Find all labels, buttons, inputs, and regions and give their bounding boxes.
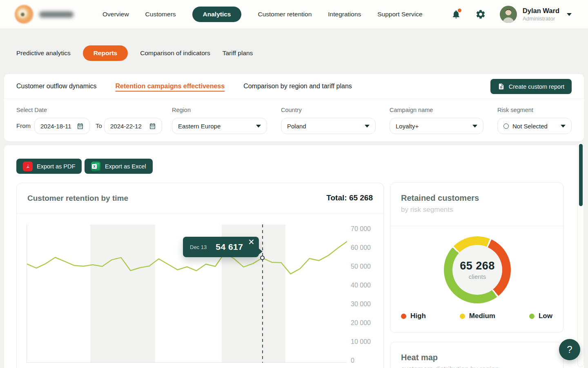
- donut-center-value: 65 268: [460, 260, 495, 272]
- tab-comparison-of-indicators[interactable]: Comparison of indicators: [140, 49, 210, 57]
- legend-dot-medium: [460, 314, 465, 319]
- calendar-icon: [149, 123, 156, 130]
- calendar-icon: [77, 123, 84, 130]
- y-axis-tick: 70 000: [351, 225, 371, 233]
- tooltip-value: 54 617: [216, 242, 243, 252]
- report-link-customer-outflow[interactable]: Customer outflow dynamics: [16, 83, 97, 90]
- region-value: Eastern Europe: [178, 123, 252, 130]
- chevron-down-icon[interactable]: [567, 13, 572, 16]
- campaign-label: Campaign name: [390, 107, 433, 113]
- date-from-input[interactable]: 2024-18-11: [34, 118, 90, 134]
- to-label: To: [96, 122, 102, 129]
- analytics-tabs: Predictive analytics Reports Comparison …: [16, 45, 253, 61]
- risk-segment-select[interactable]: Not Selected: [497, 118, 572, 134]
- region-select[interactable]: Eastern Europe: [172, 118, 267, 134]
- region-label: Region: [172, 107, 191, 113]
- chart-title: Customer retention by time: [27, 194, 128, 203]
- avatar[interactable]: [500, 6, 517, 23]
- top-navbar: Overview Customers Analytics Customer re…: [0, 0, 588, 29]
- retained-subtitle: by risk segments: [401, 206, 453, 214]
- radio-circle-icon: [503, 123, 509, 129]
- bell-icon[interactable]: [450, 8, 462, 20]
- tab-reports[interactable]: Reports: [83, 45, 128, 61]
- country-select[interactable]: Poland: [281, 118, 376, 134]
- line-chart-plot: Dec 13 54 617: [27, 224, 347, 363]
- retention-by-time-card: Customer retention by time Total: 65 268…: [16, 183, 384, 368]
- donut-center: 65 268 clients: [452, 245, 502, 295]
- report-content-card: Export as PDF x Export as Excel Customer…: [4, 145, 584, 368]
- export-excel-label: Export as Excel: [105, 163, 146, 170]
- nav-item-overview[interactable]: Overview: [102, 11, 129, 18]
- logo-mark: [15, 5, 33, 24]
- brand-logo[interactable]: [15, 5, 102, 24]
- scrollbar-thumb[interactable]: [579, 144, 583, 206]
- campaign-select[interactable]: Loyalty+: [390, 118, 483, 134]
- country-value: Poland: [287, 123, 361, 130]
- chevron-down-icon: [561, 125, 566, 128]
- help-button[interactable]: ?: [559, 339, 580, 360]
- chart-tooltip: Dec 13 54 617: [183, 237, 259, 257]
- export-pdf-label: Export as PDF: [37, 163, 75, 170]
- y-axis-tick: 20 000: [351, 319, 371, 327]
- legend-label-medium: Medium: [469, 312, 495, 320]
- nav-item-customer-retention[interactable]: Customer retention: [258, 11, 312, 18]
- close-icon[interactable]: [249, 239, 255, 246]
- legend-dot-low: [529, 314, 535, 319]
- user-menu[interactable]: Dylan Ward Administrator: [523, 7, 559, 22]
- date-to-input[interactable]: 2024-22-12: [104, 118, 162, 134]
- legend-label-high: High: [410, 312, 426, 320]
- heat-map-title: Heat map: [401, 353, 438, 362]
- report-selector-card: Customer outflow dynamics Retention camp…: [4, 74, 584, 141]
- chevron-down-icon: [365, 125, 370, 128]
- y-axis-labels: 70 000 60 000 50 000 40 000 30 000 20 00…: [351, 183, 383, 368]
- tab-tariff-plans[interactable]: Tariff plans: [223, 49, 253, 57]
- pdf-icon: [23, 162, 33, 171]
- risk-segment-value: Not Selected: [512, 123, 557, 130]
- y-axis-tick: 0: [351, 357, 354, 364]
- y-axis-tick: 40 000: [351, 282, 371, 289]
- nav-item-analytics[interactable]: Analytics: [192, 7, 242, 22]
- country-label: Country: [281, 107, 302, 113]
- tab-predictive-analytics[interactable]: Predictive analytics: [16, 49, 71, 57]
- create-custom-report-button[interactable]: Create custom report: [490, 79, 572, 94]
- date-to-value: 2024-22-12: [110, 123, 149, 130]
- navbar-right: Dylan Ward Administrator: [450, 6, 572, 23]
- report-link-comparison-region[interactable]: Comparison by region and tariff plans: [243, 83, 352, 90]
- y-axis-tick: 10 000: [351, 338, 371, 346]
- chevron-down-icon: [472, 125, 477, 128]
- campaign-value: Loyalty+: [396, 123, 468, 130]
- chevron-down-icon: [256, 125, 261, 128]
- create-custom-report-label: Create custom report: [509, 83, 564, 90]
- risk-segment-label: Risk segment: [497, 107, 533, 113]
- report-links: Customer outflow dynamics Retention camp…: [16, 74, 352, 99]
- retained-customers-card: Retained customers by risk segments 65 2…: [390, 182, 564, 333]
- heat-map-card: Heat map customers distribution by regio…: [390, 342, 564, 368]
- heat-map-subtitle: customers distribution by region: [401, 365, 499, 368]
- user-name: Dylan Ward: [523, 7, 559, 15]
- file-icon: [498, 83, 505, 90]
- nav-item-support-service[interactable]: Support Service: [377, 11, 422, 18]
- report-link-retention-campaigns[interactable]: Retention campaigns effectiveness: [116, 83, 225, 90]
- nav-item-integrations[interactable]: Integrations: [328, 11, 361, 18]
- notification-dot: [458, 9, 461, 12]
- y-axis-tick: 50 000: [351, 263, 371, 270]
- divider: [390, 226, 563, 226]
- y-axis-tick: 30 000: [351, 301, 371, 308]
- export-pdf-button[interactable]: Export as PDF: [16, 159, 82, 174]
- donut-center-unit: clients: [469, 273, 486, 280]
- retained-title: Retained customers: [401, 193, 479, 203]
- excel-icon: x: [91, 162, 101, 171]
- legend-label-low: Low: [539, 312, 552, 320]
- export-excel-button[interactable]: x Export as Excel: [85, 159, 153, 174]
- user-role: Administrator: [523, 16, 559, 22]
- select-date-label: Select Date: [16, 107, 47, 113]
- legend-item-medium: Medium: [460, 312, 495, 320]
- y-axis-tick: 60 000: [351, 244, 371, 251]
- logo-text-redacted: [39, 11, 74, 18]
- risk-legend: High Medium Low: [390, 312, 563, 320]
- nav-item-customers[interactable]: Customers: [145, 11, 176, 18]
- gear-icon[interactable]: [474, 8, 487, 20]
- tooltip-date: Dec 13: [190, 244, 207, 250]
- from-label: From: [16, 122, 31, 129]
- date-from-value: 2024-18-11: [40, 123, 77, 130]
